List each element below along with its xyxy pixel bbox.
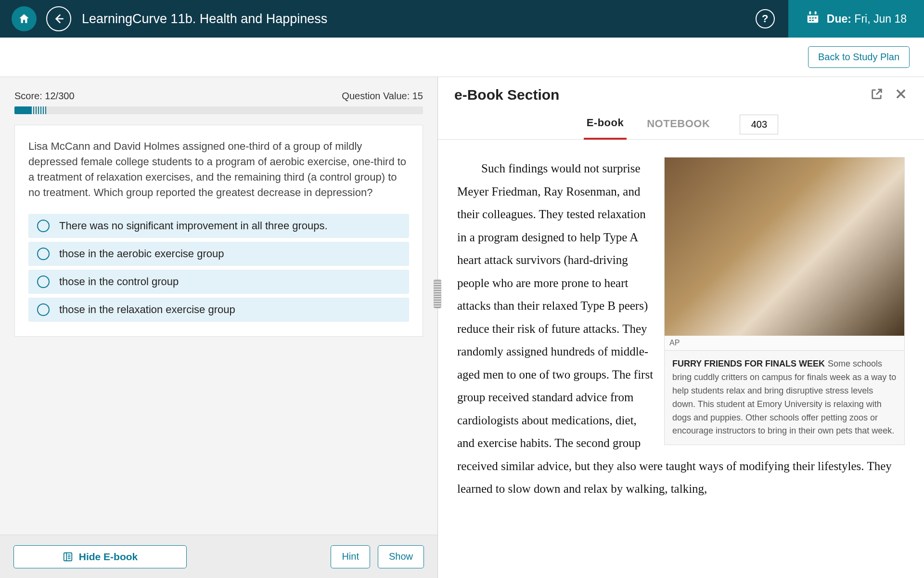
sub-bar: Back to Study Plan (0, 38, 924, 77)
help-button[interactable]: ? (756, 9, 775, 28)
hint-button[interactable]: Hint (331, 545, 370, 568)
due-label: Due: (827, 13, 851, 25)
page-title: LearningCurve 11b. Health and Happiness (82, 12, 327, 26)
hide-ebook-button[interactable]: Hide E-book (13, 545, 187, 568)
score-label: Score: 12/300 (14, 91, 75, 102)
svg-rect-5 (812, 17, 814, 19)
due-date-box: Due: Fri, Jun 18 (788, 0, 924, 38)
svg-rect-1 (808, 13, 819, 15)
progress-pending (31, 106, 47, 114)
help-icon: ? (762, 13, 768, 25)
svg-rect-2 (809, 12, 811, 14)
top-bar: LearningCurve 11b. Health and Happiness … (0, 0, 924, 38)
question-value-label: Question Value: 15 (342, 91, 423, 102)
question-text: Lisa McCann and David Holmes assigned on… (28, 139, 409, 200)
svg-rect-3 (815, 12, 817, 14)
svg-rect-6 (815, 17, 817, 19)
radio-icon (37, 276, 50, 288)
figure-caption: FURRY FRIENDS FOR FINALS WEEKSome school… (665, 351, 904, 445)
hide-ebook-label: Hide E-book (79, 551, 138, 563)
option-3[interactable]: those in the relaxation exercise group (28, 298, 409, 322)
caption-title: FURRY FRIENDS FOR FINALS WEEK (672, 359, 825, 368)
caption-body: Some schools bring cuddly critters on ca… (672, 359, 896, 435)
radio-icon (37, 303, 50, 316)
ebook-body[interactable]: Aa AP FURRY FRIENDS FOR FINALS WEEKSome … (438, 140, 924, 578)
quiz-panel: Score: 12/300 Question Value: 15 Lisa Mc… (0, 77, 438, 578)
image-credit: AP (665, 336, 904, 351)
ebook-panel: e-Book Section E-book NOTEBOOK Aa (438, 77, 924, 578)
quiz-footer: Hide E-book Hint Show (0, 535, 437, 578)
radio-icon (37, 220, 50, 232)
svg-rect-7 (809, 20, 811, 21)
svg-rect-4 (809, 17, 811, 19)
close-ebook-button[interactable] (894, 87, 908, 103)
svg-rect-8 (812, 20, 814, 21)
panel-icon (63, 552, 73, 562)
due-date-value: Fri, Jun 18 (854, 13, 907, 25)
radio-icon (37, 248, 50, 260)
calendar-icon (806, 10, 820, 27)
ebook-section-title: e-Book Section (454, 87, 559, 103)
progress-fill (14, 106, 31, 114)
home-icon (18, 13, 30, 25)
tab-ebook[interactable]: E-book (584, 110, 627, 140)
tab-notebook[interactable]: NOTEBOOK (644, 111, 713, 139)
show-button[interactable]: Show (378, 545, 424, 568)
question-card: Lisa McCann and David Holmes assigned on… (14, 125, 423, 337)
progress-bar (14, 106, 423, 114)
back-button[interactable] (46, 6, 71, 31)
figure-image (665, 158, 904, 336)
option-label: those in the relaxation exercise group (59, 303, 235, 316)
option-label: those in the control group (59, 276, 179, 288)
option-label: There was no significant improvement in … (59, 220, 328, 232)
option-label: those in the aerobic exercise group (59, 248, 224, 260)
ebook-tabs: E-book NOTEBOOK (438, 110, 924, 140)
popout-button[interactable] (870, 87, 884, 103)
option-2[interactable]: those in the control group (28, 270, 409, 294)
back-to-study-plan-button[interactable]: Back to Study Plan (808, 46, 910, 68)
ebook-figure: AP FURRY FRIENDS FOR FINALS WEEKSome sch… (664, 157, 905, 445)
home-button[interactable] (12, 6, 37, 31)
popout-icon (870, 87, 884, 101)
page-number-input[interactable] (740, 115, 778, 134)
arrow-left-icon (52, 13, 65, 25)
close-icon (894, 87, 908, 101)
option-0[interactable]: There was no significant improvement in … (28, 214, 409, 238)
option-1[interactable]: those in the aerobic exercise group (28, 242, 409, 266)
